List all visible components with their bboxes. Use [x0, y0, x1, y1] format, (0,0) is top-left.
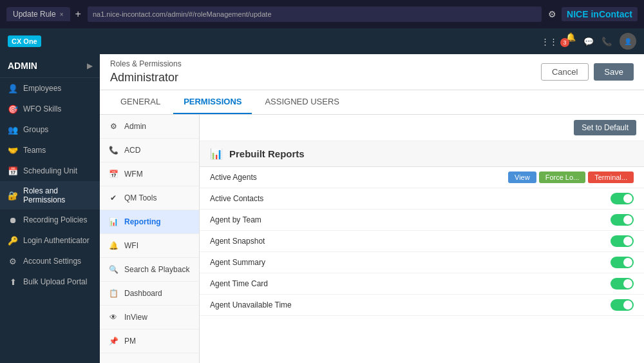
toggle-agent-by-team[interactable] [611, 214, 634, 226]
perm-row-active-contacts: Active Contacts [200, 188, 644, 210]
panel-nav-search-playback[interactable]: 🔍 Search & Playback [100, 258, 199, 282]
sidebar-label: Teams [23, 146, 46, 155]
toggle-agent-time-card[interactable] [611, 278, 634, 289]
panel-nav-reporting[interactable]: 📊 Reporting [100, 210, 199, 234]
view-button[interactable]: View [508, 172, 536, 183]
wfm-nav-icon: 📅 [108, 168, 119, 180]
roles-icon: 🔐 [8, 190, 18, 201]
breadcrumb[interactable]: Roles & Permissions [110, 59, 182, 68]
perm-row-agent-summary: Agent Summary [200, 252, 644, 273]
sidebar-item-employees[interactable]: 👤 Employees [0, 78, 100, 99]
panel-content: Set to Default 📊 Prebuilt Reports Active… [200, 115, 644, 363]
sidebar-item-recording-policies[interactable]: ⏺ Recording Policies [0, 210, 100, 230]
sidebar-item-bulk-upload[interactable]: ⬆ Bulk Upload Portal [0, 271, 100, 292]
scheduling-icon: 📅 [8, 166, 18, 176]
qm-nav-icon: ✔ [108, 192, 119, 204]
sidebar-item-teams[interactable]: 🤝 Teams [0, 140, 100, 161]
pm-nav-icon: 📌 [108, 335, 119, 347]
recording-icon: ⏺ [8, 215, 18, 225]
browser-topbar: Update Rule × + na1.nice-incontact.com/a… [0, 0, 644, 28]
browser-tab-active[interactable]: Update Rule × [6, 7, 70, 21]
panel-area: ⚙ Admin 📞 ACD 📅 WFM ✔ QM Tools 📊 Re [100, 115, 644, 363]
tab-bar: GENERAL PERMISSIONS ASSIGNED USERS [100, 90, 644, 115]
toggle-agent-unavailable-time[interactable] [611, 299, 634, 311]
acd-nav-icon: 📞 [108, 144, 119, 156]
user-avatar[interactable]: 👤 [620, 33, 636, 50]
panel-nav: ⚙ Admin 📞 ACD 📅 WFM ✔ QM Tools 📊 Re [100, 115, 200, 363]
perm-actions-active-agents: View Force Lo... Terminal... [508, 172, 634, 183]
sidebar-item-roles-permissions[interactable]: 🔐 Roles andPermissions [0, 181, 100, 210]
sidebar-item-login-auth[interactable]: 🔑 Login Authenticator [0, 230, 100, 251]
admin-nav-icon: ⚙ [108, 121, 119, 132]
section-title: Prebuilt Reports [229, 148, 305, 159]
panel-nav-inview[interactable]: 👁 InView [100, 306, 199, 329]
url-bar[interactable]: na1.nice-incontact.com/admin/#/roleManag… [88, 6, 542, 22]
tab-permissions[interactable]: PERMISSIONS [173, 90, 252, 114]
tab-assigned-users[interactable]: ASSIGNED USERS [254, 90, 350, 114]
browser-tabs: Update Rule × + [6, 7, 81, 21]
toggle-wrap [611, 235, 634, 247]
toggle-wrap [611, 214, 634, 226]
sidebar-admin-label: ADMIN ▶ [0, 54, 100, 78]
cxone-logo: CX One [8, 35, 41, 47]
notification-badge: 3 [560, 38, 569, 47]
sidebar-label: Groups [23, 125, 48, 134]
dashboard-nav-icon: 📋 [108, 288, 119, 299]
grid-icon[interactable]: ⋮⋮ [541, 37, 558, 46]
perm-name: Agent Summary [210, 258, 611, 267]
notification-bell[interactable]: 🔔3 [565, 32, 576, 51]
app-bar: CX One ⋮⋮ 🔔3 💬 📞 👤 [0, 28, 644, 54]
panel-nav-dashboard[interactable]: 📋 Dashboard [100, 282, 199, 306]
toggle-agent-snapshot[interactable] [611, 235, 634, 247]
panel-nav-wfm[interactable]: 📅 WFM [100, 162, 199, 186]
sidebar-item-account-settings[interactable]: ⚙ Account Settings [0, 251, 100, 271]
chat-icon[interactable]: 💬 [583, 37, 594, 46]
sidebar-label: Login Authenticator [23, 236, 90, 245]
employees-icon: 👤 [8, 83, 18, 93]
toggle-agent-summary[interactable] [611, 257, 634, 268]
toggle-wrap [611, 193, 634, 204]
header-actions: Cancel Save [541, 63, 634, 81]
phone-icon[interactable]: 📞 [601, 37, 612, 46]
set-default-button[interactable]: Set to Default [574, 120, 636, 135]
cancel-button[interactable]: Cancel [541, 63, 589, 81]
new-tab-button[interactable]: + [75, 8, 81, 20]
perm-row-active-agents: Active Agents View Force Lo... Terminal.… [200, 167, 644, 188]
save-button[interactable]: Save [594, 63, 634, 81]
appbar-left: CX One [8, 35, 41, 47]
perm-name: Active Agents [210, 173, 508, 182]
close-tab-button[interactable]: × [60, 11, 64, 18]
inview-nav-icon: 👁 [108, 311, 119, 323]
groups-icon: 👥 [8, 124, 18, 135]
wfi-nav-icon: 🔔 [108, 240, 119, 251]
toggle-wrap [611, 299, 634, 311]
panel-nav-acd[interactable]: 📞 ACD [100, 139, 199, 162]
page-title: Administrator [110, 71, 182, 84]
sidebar-item-scheduling-unit[interactable]: 📅 Scheduling Unit [0, 161, 100, 181]
reporting-nav-icon: 📊 [108, 216, 119, 228]
toggle-active-contacts[interactable] [611, 193, 634, 204]
sidebar-arrow-icon: ▶ [87, 62, 92, 70]
panel-nav-wfi[interactable]: 🔔 WFI [100, 234, 199, 258]
perm-row-agent-time-card: Agent Time Card [200, 273, 644, 295]
extensions-icon: ⚙ [548, 9, 556, 19]
sidebar-item-groups[interactable]: 👥 Groups [0, 119, 100, 140]
sidebar-label: Account Settings [23, 257, 81, 266]
tab-general[interactable]: GENERAL [110, 90, 171, 114]
teams-icon: 🤝 [8, 145, 18, 155]
sidebar-item-wfo-skills[interactable]: 🎯 WFO Skills [0, 99, 100, 119]
toggle-wrap [611, 257, 634, 268]
terminate-button[interactable]: Terminal... [588, 172, 634, 183]
perm-row-agent-snapshot: Agent Snapshot [200, 231, 644, 252]
tab-title: Update Rule [13, 10, 56, 19]
perm-row-agent-unavailable-time: Agent Unavailable Time [200, 295, 644, 316]
force-button[interactable]: Force Lo... [539, 172, 586, 183]
appbar-right: ⋮⋮ 🔔3 💬 📞 👤 [541, 32, 636, 51]
account-icon: ⚙ [8, 256, 18, 266]
section-header: 📊 Prebuilt Reports [200, 141, 644, 167]
panel-nav-pm[interactable]: 📌 PM [100, 329, 199, 353]
panel-nav-qm-tools[interactable]: ✔ QM Tools [100, 186, 199, 210]
nice-logo: NICE inContact [567, 9, 632, 19]
panel-nav-admin[interactable]: ⚙ Admin [100, 115, 199, 139]
toggle-wrap [611, 278, 634, 289]
